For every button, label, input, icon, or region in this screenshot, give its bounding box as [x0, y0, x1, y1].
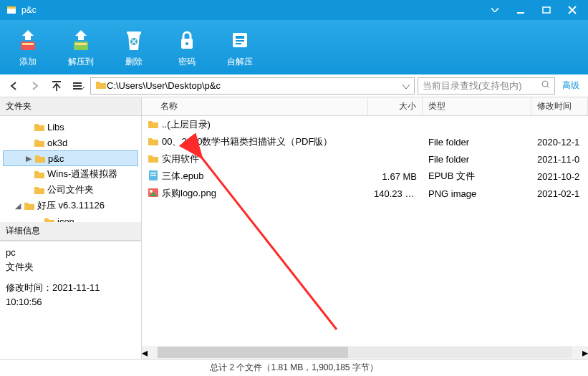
scroll-track[interactable]	[158, 347, 572, 358]
folder-icon	[23, 200, 36, 211]
folder-tree: Libsok3d▶p&cWins-逍遥模拟器公司文件夹◢好压 v6.3.1112…	[0, 116, 141, 222]
h-scrollbar[interactable]: ◂ ▸	[142, 346, 588, 359]
file-icon	[148, 187, 159, 201]
folder-icon	[33, 168, 46, 180]
details-name: pc	[6, 246, 135, 260]
file-row[interactable]: 00、2020数学书籍类扫描讲义（PDF版）File folder2020-12…	[142, 133, 588, 150]
file-row[interactable]: 实用软件File folder2021-11-0	[142, 150, 588, 168]
tree-item[interactable]: 公司文件夹	[3, 182, 138, 198]
svg-rect-3	[543, 7, 550, 13]
file-row[interactable]: ..(上层目录)	[142, 116, 588, 133]
file-name: 三体.epub	[162, 170, 204, 183]
svg-rect-15	[236, 36, 244, 39]
sfx-button[interactable]: 自解压	[221, 27, 259, 68]
scroll-right-icon[interactable]: ▸	[582, 346, 588, 360]
details-panel: pc 文件夹 修改时间：2021-11-11 10:10:56	[0, 241, 141, 359]
folder-icon	[43, 216, 56, 222]
minimize-button[interactable]	[511, 3, 531, 17]
add-label: 添加	[19, 56, 37, 68]
tree-label: Libs	[47, 122, 64, 132]
view-button[interactable]	[69, 77, 87, 95]
folder-icon	[34, 153, 47, 164]
tree-twisty[interactable]: ▶	[24, 154, 34, 163]
tree-item[interactable]: Wins-逍遥模拟器	[3, 166, 138, 182]
details-panel-header: 详细信息	[0, 222, 141, 241]
back-button[interactable]	[4, 77, 23, 95]
extract-button[interactable]: 解压到	[62, 27, 100, 68]
svg-rect-8	[74, 42, 88, 50]
delete-button[interactable]: 删除	[115, 27, 153, 68]
forward-button[interactable]	[26, 77, 44, 95]
file-row[interactable]: 乐购logo.png140.23 KBPNG image2021-02-1	[142, 185, 588, 202]
up-button[interactable]	[47, 77, 66, 95]
dropdown-button[interactable]	[485, 3, 505, 17]
password-label: 密码	[178, 56, 196, 68]
close-button[interactable]	[562, 3, 582, 17]
file-date: 2021-11-0	[531, 154, 588, 165]
password-button[interactable]: 密码	[168, 27, 206, 68]
path-box[interactable]: C:\Users\User\Desktop\p&c	[90, 77, 415, 95]
file-type: File folder	[423, 154, 531, 165]
search-input[interactable]: 当前目录查找(支持包内)	[418, 77, 555, 95]
tree-label: 公司文件夹	[47, 183, 94, 196]
file-icon	[148, 170, 159, 183]
file-row[interactable]: 三体.epub1.67 MBEPUB 文件2021-10-2	[142, 168, 588, 185]
col-name[interactable]: 名称	[142, 97, 368, 115]
chevron-down-icon[interactable]	[403, 80, 410, 91]
svg-rect-10	[127, 32, 141, 34]
svg-rect-18	[52, 81, 61, 82]
tree-item[interactable]: ◢好压 v6.3.11126	[3, 198, 138, 213]
folder-icon	[33, 121, 46, 132]
add-button[interactable]: 添加	[9, 27, 47, 68]
col-type[interactable]: 类型	[423, 97, 531, 115]
extract-icon	[68, 27, 94, 53]
tree-item[interactable]: ok3d	[3, 135, 138, 150]
column-headers: 名称 大小 类型 修改时间	[142, 97, 588, 116]
svg-rect-16	[236, 40, 244, 42]
file-icon	[148, 153, 159, 165]
delete-label: 删除	[125, 56, 143, 68]
details-modified-label: 修改时间：	[6, 282, 52, 293]
scroll-thumb[interactable]	[158, 347, 348, 358]
col-size[interactable]: 大小	[368, 97, 423, 115]
tree-item[interactable]: Libs	[3, 119, 138, 135]
path-text: C:\Users\User\Desktop\p&c	[107, 80, 403, 91]
file-name: 实用软件	[162, 153, 199, 165]
sfx-label: 自解压	[227, 56, 253, 68]
svg-rect-9	[75, 43, 87, 45]
window-title: p&c	[21, 5, 485, 15]
file-list: ..(上层目录)00、2020数学书籍类扫描讲义（PDF版）File folde…	[142, 116, 588, 346]
file-date: 2021-10-2	[531, 171, 588, 182]
tree-label: ok3d	[47, 138, 67, 148]
file-type: EPUB 文件	[423, 170, 531, 183]
file-date: 2021-02-1	[531, 188, 588, 199]
scroll-left-icon[interactable]: ◂	[142, 346, 148, 360]
tree-label: Wins-逍遥模拟器	[47, 168, 117, 180]
svg-rect-17	[236, 43, 241, 44]
tree-item[interactable]: ▶p&c	[3, 150, 138, 166]
file-date: 2020-12-1	[531, 137, 588, 148]
file-name: 乐购logo.png	[162, 187, 216, 200]
trash-icon	[121, 27, 147, 53]
col-date[interactable]: 修改时间	[531, 97, 588, 115]
advanced-link[interactable]: 高级	[558, 79, 584, 92]
status-bar: 总计 2 个文件（1.81 MB，1,900,185 字节）	[0, 359, 588, 376]
lock-icon	[174, 27, 200, 53]
svg-line-23	[547, 86, 549, 88]
folders-panel-header: 文件夹	[0, 97, 141, 116]
folder-icon	[95, 79, 107, 92]
tree-twisty[interactable]: ◢	[13, 201, 23, 211]
folder-icon	[33, 184, 46, 196]
maximize-button[interactable]	[536, 3, 556, 17]
svg-point-22	[542, 81, 548, 87]
svg-rect-1	[7, 6, 16, 9]
file-icon	[148, 119, 159, 131]
svg-point-13	[185, 42, 188, 45]
tree-label: p&c	[48, 153, 64, 164]
app-icon	[6, 4, 17, 16]
toolbar-ribbon: 添加 解压到 删除 密码 自解压	[0, 20, 588, 74]
svg-rect-26	[150, 175, 156, 176]
tree-item[interactable]: icon	[3, 213, 138, 222]
file-name: ..(上层目录)	[162, 118, 211, 131]
svg-rect-25	[150, 173, 156, 174]
